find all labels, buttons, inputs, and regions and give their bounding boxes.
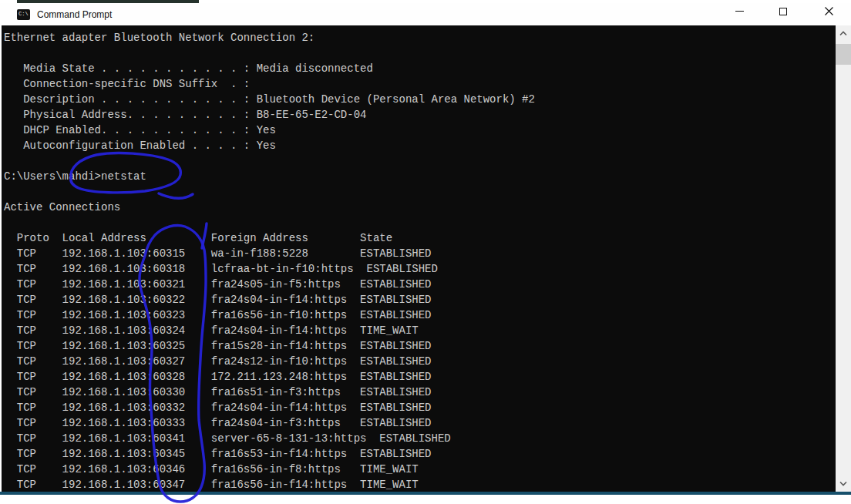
minimize-button[interactable] xyxy=(722,0,757,22)
maximize-button[interactable] xyxy=(765,0,801,22)
vertical-scrollbar[interactable] xyxy=(836,25,851,492)
console-output[interactable]: Ethernet adapter Bluetooth Network Conne… xyxy=(2,25,836,492)
scroll-down-button[interactable] xyxy=(836,477,851,490)
close-button[interactable] xyxy=(811,0,846,22)
background-bottom-strip xyxy=(0,495,851,504)
chevron-down-icon xyxy=(839,481,847,486)
scroll-up-button[interactable] xyxy=(836,27,851,40)
scrollbar-thumb[interactable] xyxy=(836,44,851,65)
maximize-icon xyxy=(779,8,787,15)
console-text: Ethernet adapter Bluetooth Network Conne… xyxy=(2,25,836,492)
cmd-app-icon: C:\ xyxy=(17,9,30,20)
chevron-up-icon xyxy=(839,31,847,36)
close-icon xyxy=(824,6,834,16)
minimize-icon xyxy=(735,11,744,12)
window-title: Command Prompt xyxy=(37,9,112,20)
